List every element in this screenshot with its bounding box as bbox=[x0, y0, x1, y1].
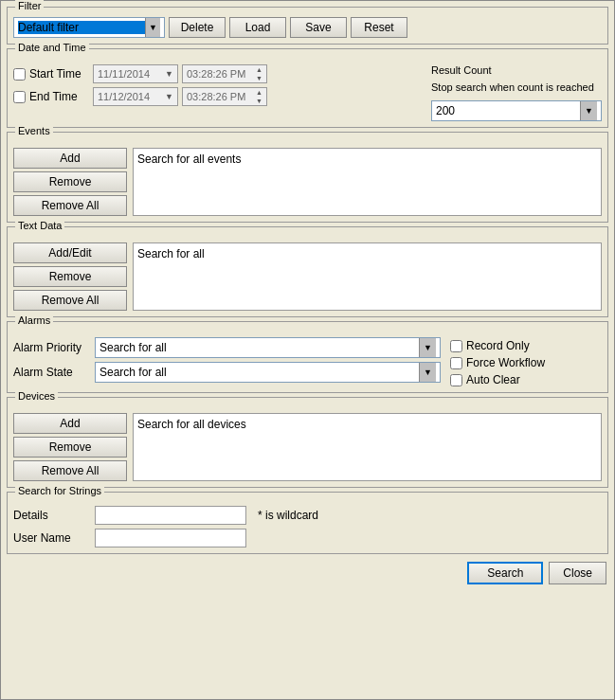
events-body: Add Remove Remove All Search for all eve… bbox=[13, 148, 602, 216]
events-remove-all-button[interactable]: Remove All bbox=[13, 195, 127, 216]
alarm-state-arrow[interactable]: ▼ bbox=[419, 363, 436, 382]
record-only-label: Record Only bbox=[466, 339, 530, 352]
record-only-row[interactable]: Record Only bbox=[450, 339, 602, 352]
datetime-left: Start Time 11/11/2014 ▼ 03:28:26 PM ▲ ▼ bbox=[13, 64, 422, 121]
force-workflow-checkbox[interactable] bbox=[450, 357, 462, 369]
auto-clear-row[interactable]: Auto Clear bbox=[450, 373, 602, 386]
alarm-state-select[interactable]: Search for all ▼ bbox=[95, 362, 441, 383]
text-data-buttons: Add/Edit Remove Remove All bbox=[13, 242, 127, 311]
start-date-input[interactable]: 11/11/2014 ▼ bbox=[93, 64, 178, 83]
end-time-row: End Time 11/12/2014 ▼ 03:28:26 PM ▲ ▼ bbox=[13, 87, 422, 106]
result-count-area: Result Count Stop search when count is r… bbox=[431, 64, 602, 121]
load-button[interactable]: Load bbox=[229, 17, 286, 38]
devices-display: Search for all devices bbox=[133, 413, 602, 481]
footer: Search Close bbox=[7, 558, 608, 586]
text-data-remove-all-button[interactable]: Remove All bbox=[13, 290, 127, 311]
text-data-display: Search for all bbox=[133, 242, 602, 311]
datetime-body: Start Time 11/11/2014 ▼ 03:28:26 PM ▲ ▼ bbox=[13, 64, 602, 121]
wildcard-note: * is wildcard bbox=[258, 509, 318, 522]
alarms-section: Alarms Alarm Priority Search for all ▼ A… bbox=[7, 321, 608, 393]
save-button[interactable]: Save bbox=[290, 17, 347, 38]
filter-row: Default filter ▼ Delete Load Save Reset bbox=[13, 17, 602, 38]
result-count-select[interactable]: 200 ▼ bbox=[431, 100, 602, 121]
result-count-value: 200 bbox=[436, 104, 455, 117]
end-time-label: End Time bbox=[29, 90, 78, 103]
start-time-value: 03:28:26 PM bbox=[187, 68, 245, 80]
start-time-label: Start Time bbox=[29, 67, 81, 81]
username-row: User Name bbox=[13, 529, 602, 547]
text-data-remove-button[interactable]: Remove bbox=[13, 266, 127, 287]
start-time-row: Start Time 11/11/2014 ▼ 03:28:26 PM ▲ ▼ bbox=[13, 64, 422, 83]
username-input[interactable] bbox=[95, 529, 246, 547]
start-time-input[interactable]: 03:28:26 PM ▲ ▼ bbox=[182, 64, 267, 83]
start-time-arrows[interactable]: ▲ ▼ bbox=[256, 65, 262, 82]
search-button[interactable]: Search bbox=[467, 562, 543, 584]
start-date-arrow[interactable]: ▼ bbox=[165, 69, 173, 79]
text-data-display-text: Search for all bbox=[137, 247, 205, 260]
events-display-text: Search for all events bbox=[137, 153, 241, 166]
events-remove-button[interactable]: Remove bbox=[13, 171, 127, 192]
close-button[interactable]: Close bbox=[549, 562, 606, 584]
filter-value: Default filter bbox=[18, 21, 145, 34]
filter-dropdown-arrow[interactable]: ▼ bbox=[145, 18, 160, 37]
result-count-label: Result Count bbox=[431, 64, 602, 76]
text-data-add-edit-button[interactable]: Add/Edit bbox=[13, 242, 127, 263]
end-date-input[interactable]: 11/12/2014 ▼ bbox=[93, 87, 178, 106]
alarm-state-label: Alarm State bbox=[13, 366, 89, 379]
strings-label: Search for Strings bbox=[15, 485, 104, 496]
force-workflow-label: Force Workflow bbox=[466, 356, 545, 369]
delete-button[interactable]: Delete bbox=[169, 17, 226, 38]
end-date-value: 11/12/2014 bbox=[98, 91, 150, 102]
main-dialog: Filter Default filter ▼ Delete Load Save… bbox=[0, 0, 615, 700]
alarms-body: Alarm Priority Search for all ▼ Alarm St… bbox=[13, 337, 602, 386]
devices-remove-all-button[interactable]: Remove All bbox=[13, 460, 127, 481]
devices-display-text: Search for all devices bbox=[137, 418, 246, 431]
events-section: Events Add Remove Remove All Search for … bbox=[7, 132, 608, 223]
end-time-checkbox-label[interactable]: End Time bbox=[13, 90, 89, 103]
start-date-value: 11/11/2014 bbox=[98, 68, 150, 80]
start-time-checkbox-label[interactable]: Start Time bbox=[13, 67, 89, 81]
filter-dropdown[interactable]: Default filter ▼ bbox=[13, 17, 165, 38]
events-add-button[interactable]: Add bbox=[13, 148, 127, 169]
strings-section: Search for Strings Details * is wildcard… bbox=[7, 492, 608, 554]
devices-body: Add Remove Remove All Search for all dev… bbox=[13, 413, 602, 481]
alarms-left: Alarm Priority Search for all ▼ Alarm St… bbox=[13, 337, 441, 383]
details-input[interactable] bbox=[95, 506, 246, 525]
auto-clear-label: Auto Clear bbox=[466, 373, 520, 386]
force-workflow-row[interactable]: Force Workflow bbox=[450, 356, 602, 369]
devices-section: Devices Add Remove Remove All Search for… bbox=[7, 397, 608, 488]
end-time-checkbox[interactable] bbox=[13, 91, 26, 103]
alarms-label: Alarms bbox=[15, 314, 53, 326]
username-label: User Name bbox=[13, 531, 89, 545]
end-date-arrow[interactable]: ▼ bbox=[165, 92, 173, 101]
filter-label: Filter bbox=[15, 0, 44, 11]
devices-label: Devices bbox=[15, 390, 58, 402]
alarm-state-row: Alarm State Search for all ▼ bbox=[13, 362, 441, 383]
events-display: Search for all events bbox=[133, 148, 602, 216]
devices-buttons: Add Remove Remove All bbox=[13, 413, 127, 481]
alarm-priority-row: Alarm Priority Search for all ▼ bbox=[13, 337, 441, 358]
auto-clear-checkbox[interactable] bbox=[450, 374, 462, 386]
datetime-label: Date and Time bbox=[15, 42, 89, 53]
result-count-desc: Stop search when count is reached bbox=[431, 81, 602, 93]
events-buttons: Add Remove Remove All bbox=[13, 148, 127, 216]
alarm-state-value: Search for all bbox=[99, 366, 167, 379]
alarm-priority-arrow[interactable]: ▼ bbox=[419, 338, 436, 357]
alarm-priority-label: Alarm Priority bbox=[13, 341, 89, 354]
datetime-section: Date and Time Start Time 11/11/2014 ▼ 03… bbox=[7, 48, 608, 128]
end-time-input[interactable]: 03:28:26 PM ▲ ▼ bbox=[182, 87, 267, 106]
strings-body: Details * is wildcard User Name bbox=[13, 506, 602, 547]
result-count-arrow[interactable]: ▼ bbox=[580, 101, 597, 120]
start-time-checkbox[interactable] bbox=[13, 68, 26, 81]
alarm-priority-value: Search for all bbox=[99, 341, 167, 354]
devices-remove-button[interactable]: Remove bbox=[13, 437, 127, 458]
details-label: Details bbox=[13, 509, 89, 522]
text-data-label: Text Data bbox=[15, 220, 64, 231]
alarm-priority-select[interactable]: Search for all ▼ bbox=[95, 337, 441, 358]
record-only-checkbox[interactable] bbox=[450, 340, 462, 352]
filter-section: Filter Default filter ▼ Delete Load Save… bbox=[7, 7, 608, 45]
end-time-arrows[interactable]: ▲ ▼ bbox=[256, 88, 262, 105]
reset-button[interactable]: Reset bbox=[351, 17, 407, 38]
devices-add-button[interactable]: Add bbox=[13, 413, 127, 434]
details-row: Details * is wildcard bbox=[13, 506, 602, 525]
